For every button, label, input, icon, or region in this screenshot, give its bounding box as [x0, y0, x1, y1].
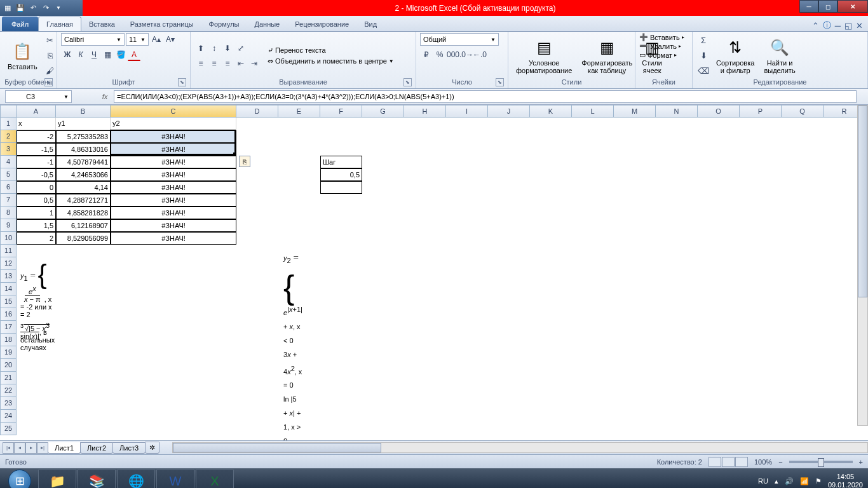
col-header-B[interactable]: B	[56, 105, 111, 118]
tab-review[interactable]: Рецензирование	[287, 17, 356, 31]
minimize-button[interactable]: ─	[799, 0, 818, 13]
font-dialog-icon[interactable]: ⬊	[178, 78, 186, 86]
cell-B10[interactable]: 8,529056099	[56, 232, 111, 245]
align-top-icon[interactable]: ⬆	[194, 42, 207, 55]
increase-font-icon[interactable]: A▴	[150, 33, 163, 46]
formula-input[interactable]	[117, 93, 853, 100]
col-header-H[interactable]: H	[404, 105, 446, 118]
fill-color-icon[interactable]: 🪣	[114, 48, 127, 61]
decrease-font-icon[interactable]: A▾	[164, 33, 177, 46]
cell-C3[interactable]: #ЗНАЧ!	[111, 143, 236, 156]
align-left-icon[interactable]: ≡	[194, 57, 207, 70]
col-header-O[interactable]: O	[698, 105, 740, 118]
font-size-combo[interactable]: 11▼	[126, 33, 149, 46]
qat-dropdown-icon[interactable]: ▼	[53, 3, 64, 13]
copy-icon[interactable]: ⎘	[43, 49, 57, 63]
row-header-2[interactable]: 2	[0, 130, 17, 143]
page-break-view-icon[interactable]	[735, 457, 748, 467]
name-box-dropdown-icon[interactable]: ▼	[64, 94, 69, 100]
row-header-15[interactable]: 15	[0, 295, 17, 308]
autofill-options-icon[interactable]: ⎘	[239, 156, 250, 167]
minimize-ribbon-icon[interactable]: ⌃	[812, 21, 819, 30]
cell-A1[interactable]: x	[17, 118, 56, 130]
tray-network-icon[interactable]: 📶	[800, 477, 809, 485]
task-explorer[interactable]: 📁	[38, 469, 76, 488]
row-header-10[interactable]: 10	[0, 232, 17, 245]
maximize-button[interactable]: ◻	[818, 0, 837, 13]
save-icon[interactable]: 💾	[15, 3, 25, 13]
merge-center-button[interactable]: ⇔Объединить и поместить в центре▼	[268, 57, 394, 65]
zoom-slider[interactable]	[789, 461, 853, 463]
row-header-25[interactable]: 25	[0, 423, 17, 435]
clipboard-dialog-icon[interactable]: ⬊	[44, 78, 53, 86]
sheet-tab-2[interactable]: Лист2	[80, 442, 113, 454]
task-chrome[interactable]: 🌐	[117, 469, 155, 488]
row-header-8[interactable]: 8	[0, 207, 17, 219]
col-header-P[interactable]: P	[740, 105, 782, 118]
cell-A4[interactable]: -1	[17, 156, 56, 168]
underline-icon[interactable]: Ч	[88, 48, 100, 61]
cell-A5[interactable]: -0,5	[17, 168, 56, 181]
col-header-J[interactable]: J	[488, 105, 530, 118]
vscroll-thumb[interactable]	[858, 105, 867, 297]
wrap-text-button[interactable]: ⤶Перенос текста	[268, 46, 394, 55]
decrease-indent-icon[interactable]: ⇤	[234, 57, 247, 70]
undo-icon[interactable]: ↶	[28, 3, 38, 13]
vertical-scrollbar[interactable]	[857, 105, 868, 426]
window-restore-icon[interactable]: ◱	[844, 21, 852, 30]
currency-icon[interactable]: ₽	[420, 48, 433, 61]
cell-F5[interactable]: 0,5	[320, 168, 362, 181]
col-header-I[interactable]: I	[446, 105, 488, 118]
sheet-nav-last-icon[interactable]: ▸|	[37, 442, 48, 454]
close-button[interactable]: ✕	[837, 0, 868, 13]
align-dialog-icon[interactable]: ⬊	[403, 78, 412, 86]
col-header-N[interactable]: N	[656, 105, 698, 118]
thousands-icon[interactable]: 000	[447, 48, 459, 61]
new-sheet-icon[interactable]: ✲	[145, 442, 159, 454]
sheet-nav-prev-icon[interactable]: ◂	[14, 442, 25, 454]
col-header-D[interactable]: D	[236, 105, 278, 118]
col-header-C[interactable]: C	[111, 105, 236, 118]
page-layout-view-icon[interactable]	[722, 457, 735, 467]
cell-B8[interactable]: 4,858281828	[56, 207, 111, 219]
tray-sound-icon[interactable]: 🔊	[785, 477, 794, 485]
col-header-G[interactable]: G	[362, 105, 404, 118]
window-min-icon[interactable]: ─	[835, 21, 841, 30]
redo-icon[interactable]: ↷	[41, 3, 51, 13]
cell-F4[interactable]: Шаг	[320, 156, 362, 168]
cell-C2[interactable]: #ЗНАЧ!	[111, 130, 236, 143]
formula-bar[interactable]	[114, 90, 857, 103]
col-header-E[interactable]: E	[278, 105, 320, 118]
sheet-nav-next-icon[interactable]: ▸	[25, 442, 37, 454]
conditional-format-button[interactable]: ▤Условное форматирование	[512, 36, 576, 76]
cell-B9[interactable]: 6,12168907	[56, 219, 111, 232]
cell-F6[interactable]	[320, 181, 362, 194]
tab-formulas[interactable]: Формулы	[201, 17, 247, 31]
increase-decimal-icon[interactable]: .0→	[460, 48, 473, 61]
name-box-input[interactable]	[8, 93, 53, 100]
row-header-19[interactable]: 19	[0, 346, 17, 359]
horizontal-scrollbar[interactable]	[172, 442, 868, 453]
row-header-16[interactable]: 16	[0, 308, 17, 321]
tray-clock[interactable]: 14:0509.01.2020	[828, 473, 863, 488]
cell-B4[interactable]: 4,507879441	[56, 156, 111, 168]
row-header-12[interactable]: 12	[0, 257, 17, 270]
delete-cells-button[interactable]: ➖Удалить▸	[639, 42, 681, 50]
bold-icon[interactable]: Ж	[61, 48, 74, 61]
cell-B3[interactable]: 4,86313016	[56, 143, 111, 156]
row-header-18[interactable]: 18	[0, 334, 17, 346]
border-icon[interactable]: ▦	[101, 48, 114, 61]
font-color-icon[interactable]: A	[128, 48, 140, 61]
row-header-21[interactable]: 21	[0, 372, 17, 384]
percent-icon[interactable]: %	[433, 48, 446, 61]
row-header-5[interactable]: 5	[0, 168, 17, 181]
row-header-20[interactable]: 20	[0, 359, 17, 372]
zoom-in-icon[interactable]: +	[859, 458, 863, 466]
cell-C5[interactable]: #ЗНАЧ!	[111, 168, 236, 181]
col-header-K[interactable]: K	[530, 105, 572, 118]
normal-view-icon[interactable]	[709, 457, 721, 467]
increase-indent-icon[interactable]: ⇥	[248, 57, 261, 70]
col-header-M[interactable]: M	[614, 105, 656, 118]
fill-icon[interactable]: ⬇	[696, 49, 710, 63]
row-header-7[interactable]: 7	[0, 194, 17, 207]
